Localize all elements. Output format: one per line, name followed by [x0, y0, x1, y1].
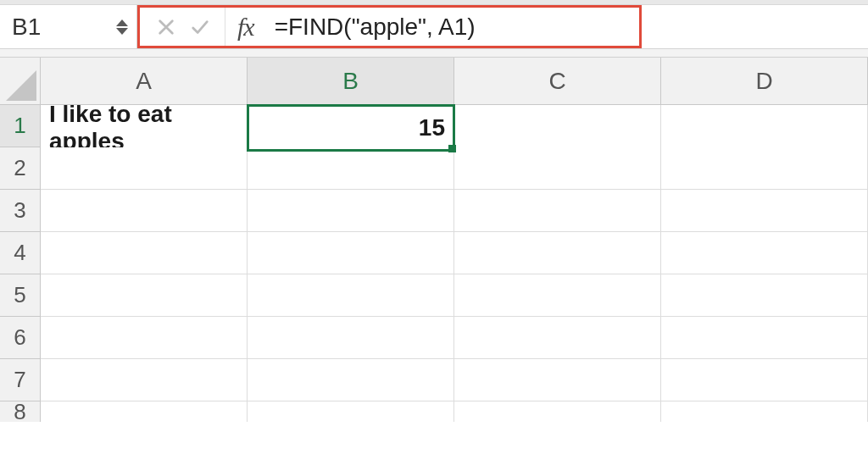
cell-A3[interactable] — [41, 190, 248, 232]
row-head-2[interactable]: 2 — [0, 147, 41, 190]
cell-D2[interactable] — [661, 147, 868, 190]
table-row: 3 — [0, 190, 868, 232]
cell-C4[interactable] — [454, 232, 661, 274]
spreadsheet-grid: A B C D 1 I like to eat apples 15 2 3 — [0, 58, 868, 444]
cell-A1[interactable]: I like to eat apples — [41, 105, 248, 151]
table-row: 8 — [0, 401, 868, 444]
fx-symbol: fx — [237, 13, 254, 41]
formula-bar-row: B1 fx =FIND("apple", A1) — [0, 5, 868, 49]
cell-B7[interactable] — [248, 359, 454, 401]
col-head-B[interactable]: B — [248, 58, 454, 105]
row-head-6[interactable]: 6 — [0, 317, 41, 359]
row-head-3[interactable]: 3 — [0, 190, 41, 232]
fx-icon[interactable]: fx — [225, 13, 263, 42]
cell-C1[interactable] — [454, 105, 661, 151]
cell-D1[interactable] — [661, 105, 868, 151]
table-row: 6 — [0, 317, 868, 359]
table-row: 1 I like to eat apples 15 — [0, 105, 868, 147]
cell-B5[interactable] — [248, 274, 454, 317]
cell-C5[interactable] — [454, 274, 661, 317]
cell-B2[interactable] — [248, 147, 454, 190]
name-box[interactable]: B1 — [12, 14, 116, 41]
cell-D8[interactable] — [661, 401, 868, 422]
cell-D6[interactable] — [661, 317, 868, 359]
cell-C7[interactable] — [454, 359, 661, 401]
cell-C2[interactable] — [454, 147, 661, 190]
row-head-7[interactable]: 7 — [0, 359, 41, 401]
formula-input[interactable]: =FIND("apple", A1) — [263, 14, 639, 41]
cell-D5[interactable] — [661, 274, 868, 317]
cell-D7[interactable] — [661, 359, 868, 401]
cell-B4[interactable] — [248, 232, 454, 274]
cell-B3[interactable] — [248, 190, 454, 232]
cell-A8[interactable] — [41, 401, 248, 422]
toolbar-divider — [0, 49, 868, 58]
column-headers: A B C D — [0, 58, 868, 105]
row-head-1[interactable]: 1 — [0, 105, 41, 147]
row-head-4[interactable]: 4 — [0, 232, 41, 274]
cancel-icon[interactable] — [157, 18, 175, 36]
confirm-icon[interactable] — [191, 18, 209, 36]
formula-bar-highlight: fx =FIND("apple", A1) — [137, 5, 642, 48]
col-head-A[interactable]: A — [41, 58, 248, 105]
cell-A7[interactable] — [41, 359, 248, 401]
select-all-corner[interactable] — [0, 58, 41, 105]
formula-bar-controls — [140, 8, 225, 46]
col-head-D[interactable]: D — [661, 58, 868, 105]
table-row: 5 — [0, 274, 868, 317]
cell-A6[interactable] — [41, 317, 248, 359]
cell-A4[interactable] — [41, 232, 248, 274]
cell-C6[interactable] — [454, 317, 661, 359]
cell-C8[interactable] — [454, 401, 661, 422]
name-box-container[interactable]: B1 — [0, 5, 137, 48]
cell-B6[interactable] — [248, 317, 454, 359]
col-head-C[interactable]: C — [454, 58, 661, 105]
row-head-5[interactable]: 5 — [0, 274, 41, 317]
name-box-spinner[interactable] — [116, 19, 136, 35]
grid-rows: 1 I like to eat apples 15 2 3 4 — [0, 105, 868, 444]
table-row: 4 — [0, 232, 868, 274]
cell-D3[interactable] — [661, 190, 868, 232]
cell-C3[interactable] — [454, 190, 661, 232]
table-row: 2 — [0, 147, 868, 190]
cell-B8[interactable] — [248, 401, 454, 422]
table-row: 7 — [0, 359, 868, 401]
cell-A5[interactable] — [41, 274, 248, 317]
cell-A2[interactable] — [41, 147, 248, 190]
row-head-8[interactable]: 8 — [0, 401, 41, 422]
formula-bar-outer: fx =FIND("apple", A1) — [137, 5, 868, 48]
chevron-up-icon[interactable] — [116, 19, 128, 26]
cell-D4[interactable] — [661, 232, 868, 274]
chevron-down-icon[interactable] — [116, 28, 128, 35]
cell-B1[interactable]: 15 — [248, 105, 454, 151]
